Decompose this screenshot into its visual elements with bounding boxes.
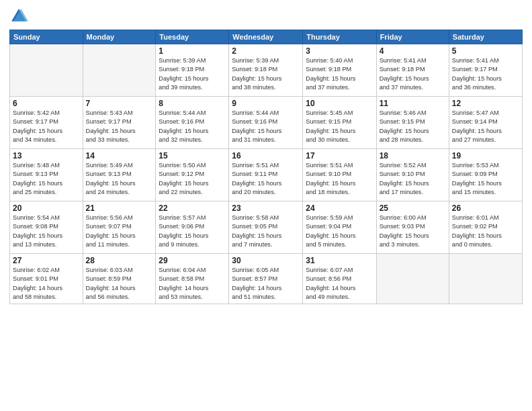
day-number: 21 [86, 203, 153, 213]
day-number: 20 [13, 203, 80, 213]
day-info: Sunrise: 6:05 AM Sunset: 8:57 PM Dayligh… [232, 266, 300, 302]
day-cell: 15Sunrise: 5:50 AM Sunset: 9:12 PM Dayli… [156, 149, 229, 201]
day-info: Sunrise: 5:57 AM Sunset: 9:06 PM Dayligh… [159, 214, 226, 249]
day-info: Sunrise: 5:46 AM Sunset: 9:15 PM Dayligh… [380, 109, 446, 144]
day-info: Sunrise: 5:59 AM Sunset: 9:04 PM Dayligh… [306, 214, 373, 249]
day-info: Sunrise: 5:49 AM Sunset: 9:13 PM Dayligh… [86, 161, 153, 197]
day-number: 16 [232, 151, 300, 161]
day-info: Sunrise: 5:51 AM Sunset: 9:11 PM Dayligh… [232, 161, 300, 197]
day-cell: 22Sunrise: 5:57 AM Sunset: 9:06 PM Dayli… [156, 201, 229, 254]
day-cell: 6Sunrise: 5:42 AM Sunset: 9:17 PM Daylig… [10, 97, 83, 149]
day-cell [10, 44, 83, 97]
day-cell: 28Sunrise: 6:03 AM Sunset: 8:59 PM Dayli… [83, 254, 156, 304]
day-cell: 23Sunrise: 5:58 AM Sunset: 9:05 PM Dayli… [229, 201, 303, 254]
day-number: 12 [452, 99, 519, 108]
day-info: Sunrise: 5:44 AM Sunset: 9:16 PM Dayligh… [159, 109, 226, 144]
day-number: 30 [232, 256, 300, 265]
day-info: Sunrise: 5:39 AM Sunset: 9:18 PM Dayligh… [232, 56, 300, 92]
week-row-5: 27Sunrise: 6:02 AM Sunset: 9:01 PM Dayli… [10, 254, 523, 304]
day-info: Sunrise: 5:40 AM Sunset: 9:18 PM Dayligh… [306, 56, 373, 92]
day-info: Sunrise: 5:39 AM Sunset: 9:18 PM Dayligh… [159, 56, 226, 92]
day-cell: 16Sunrise: 5:51 AM Sunset: 9:11 PM Dayli… [229, 149, 303, 201]
day-cell [449, 254, 522, 304]
day-info: Sunrise: 6:03 AM Sunset: 8:59 PM Dayligh… [86, 266, 153, 302]
day-cell: 11Sunrise: 5:46 AM Sunset: 9:15 PM Dayli… [376, 97, 449, 149]
day-cell: 4Sunrise: 5:41 AM Sunset: 9:18 PM Daylig… [376, 44, 449, 97]
day-info: Sunrise: 5:42 AM Sunset: 9:17 PM Dayligh… [13, 109, 80, 144]
day-cell: 8Sunrise: 5:44 AM Sunset: 9:16 PM Daylig… [156, 97, 229, 149]
day-cell: 13Sunrise: 5:48 AM Sunset: 9:13 PM Dayli… [10, 149, 83, 201]
day-info: Sunrise: 5:52 AM Sunset: 9:10 PM Dayligh… [380, 161, 446, 197]
day-info: Sunrise: 5:58 AM Sunset: 9:05 PM Dayligh… [232, 214, 300, 249]
day-number: 27 [13, 256, 80, 265]
day-cell: 1Sunrise: 5:39 AM Sunset: 9:18 PM Daylig… [156, 44, 229, 97]
day-number: 1 [159, 46, 226, 56]
day-number: 2 [232, 46, 300, 56]
day-info: Sunrise: 5:50 AM Sunset: 9:12 PM Dayligh… [159, 161, 226, 197]
logo-icon [9, 7, 28, 26]
day-info: Sunrise: 6:00 AM Sunset: 9:03 PM Dayligh… [380, 214, 446, 249]
page: SundayMondayTuesdayWednesdayThursdayFrid… [0, 0, 532, 411]
day-cell: 26Sunrise: 6:01 AM Sunset: 9:02 PM Dayli… [449, 201, 522, 254]
logo [9, 7, 30, 26]
day-cell: 27Sunrise: 6:02 AM Sunset: 9:01 PM Dayli… [10, 254, 83, 304]
day-info: Sunrise: 5:54 AM Sunset: 9:08 PM Dayligh… [13, 214, 80, 249]
day-number: 25 [380, 203, 446, 213]
day-number: 19 [452, 151, 519, 161]
day-cell: 30Sunrise: 6:05 AM Sunset: 8:57 PM Dayli… [229, 254, 303, 304]
day-cell: 17Sunrise: 5:51 AM Sunset: 9:10 PM Dayli… [303, 149, 376, 201]
day-cell: 21Sunrise: 5:56 AM Sunset: 9:07 PM Dayli… [83, 201, 156, 254]
header-row: SundayMondayTuesdayWednesdayThursdayFrid… [10, 30, 523, 44]
day-info: Sunrise: 6:01 AM Sunset: 9:02 PM Dayligh… [452, 214, 519, 249]
day-number: 31 [306, 256, 373, 265]
col-header-tuesday: Tuesday [156, 30, 229, 44]
day-number: 9 [232, 99, 300, 108]
day-number: 5 [452, 46, 519, 56]
day-number: 28 [86, 256, 153, 265]
day-cell: 20Sunrise: 5:54 AM Sunset: 9:08 PM Dayli… [10, 201, 83, 254]
day-cell: 12Sunrise: 5:47 AM Sunset: 9:14 PM Dayli… [449, 97, 522, 149]
day-number: 15 [159, 151, 226, 161]
day-number: 18 [380, 151, 446, 161]
day-info: Sunrise: 5:45 AM Sunset: 9:15 PM Dayligh… [306, 109, 373, 144]
col-header-friday: Friday [376, 30, 449, 44]
day-info: Sunrise: 5:56 AM Sunset: 9:07 PM Dayligh… [86, 214, 153, 249]
day-cell: 18Sunrise: 5:52 AM Sunset: 9:10 PM Dayli… [376, 149, 449, 201]
day-cell: 29Sunrise: 6:04 AM Sunset: 8:58 PM Dayli… [156, 254, 229, 304]
week-row-4: 20Sunrise: 5:54 AM Sunset: 9:08 PM Dayli… [10, 201, 523, 254]
day-cell: 9Sunrise: 5:44 AM Sunset: 9:16 PM Daylig… [229, 97, 303, 149]
day-cell: 2Sunrise: 5:39 AM Sunset: 9:18 PM Daylig… [229, 44, 303, 97]
col-header-thursday: Thursday [303, 30, 376, 44]
day-info: Sunrise: 5:53 AM Sunset: 9:09 PM Dayligh… [452, 161, 519, 197]
day-cell: 31Sunrise: 6:07 AM Sunset: 8:56 PM Dayli… [303, 254, 376, 304]
day-cell [376, 254, 449, 304]
day-info: Sunrise: 5:51 AM Sunset: 9:10 PM Dayligh… [306, 161, 373, 197]
day-number: 10 [306, 99, 373, 108]
col-header-monday: Monday [83, 30, 156, 44]
day-number: 4 [380, 46, 446, 56]
day-number: 17 [306, 151, 373, 161]
day-info: Sunrise: 5:41 AM Sunset: 9:18 PM Dayligh… [380, 56, 446, 92]
day-number: 13 [13, 151, 80, 161]
day-number: 22 [159, 203, 226, 213]
day-cell: 25Sunrise: 6:00 AM Sunset: 9:03 PM Dayli… [376, 201, 449, 254]
day-cell: 19Sunrise: 5:53 AM Sunset: 9:09 PM Dayli… [449, 149, 522, 201]
day-number: 14 [86, 151, 153, 161]
day-cell: 7Sunrise: 5:43 AM Sunset: 9:17 PM Daylig… [83, 97, 156, 149]
day-number: 26 [452, 203, 519, 213]
day-number: 24 [306, 203, 373, 213]
week-row-3: 13Sunrise: 5:48 AM Sunset: 9:13 PM Dayli… [10, 149, 523, 201]
header [9, 7, 523, 26]
day-cell: 24Sunrise: 5:59 AM Sunset: 9:04 PM Dayli… [303, 201, 376, 254]
day-info: Sunrise: 6:07 AM Sunset: 8:56 PM Dayligh… [306, 266, 373, 302]
day-number: 8 [159, 99, 226, 108]
day-number: 29 [159, 256, 226, 265]
col-header-saturday: Saturday [449, 30, 522, 44]
calendar-table: SundayMondayTuesdayWednesdayThursdayFrid… [9, 30, 523, 304]
day-number: 3 [306, 46, 373, 56]
day-cell [83, 44, 156, 97]
day-info: Sunrise: 5:47 AM Sunset: 9:14 PM Dayligh… [452, 109, 519, 144]
day-number: 6 [13, 99, 80, 108]
day-info: Sunrise: 5:41 AM Sunset: 9:17 PM Dayligh… [452, 56, 519, 92]
day-cell: 3Sunrise: 5:40 AM Sunset: 9:18 PM Daylig… [303, 44, 376, 97]
